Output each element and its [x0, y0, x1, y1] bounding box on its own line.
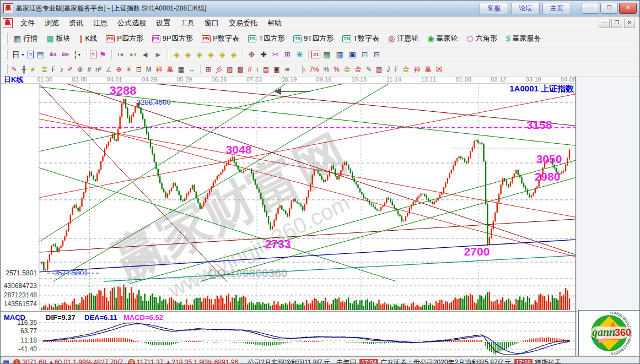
diamond-shift-left-icon[interactable]: ◈ — [171, 51, 182, 58]
child-restore-button[interactable]: ❐ — [611, 19, 622, 28]
draw-shen-slash-icon[interactable]: 神 — [412, 66, 423, 73]
draw-gold-grid2-icon[interactable]: ≣ — [40, 66, 50, 73]
menu-item-窗口[interactable]: 窗口 — [200, 17, 224, 29]
draw-shen-icon[interactable]: 神 — [154, 66, 165, 73]
status-grid-icon[interactable]: ▦ — [3, 358, 9, 364]
draw-j-angle-icon[interactable]: J — [384, 66, 392, 73]
restore-button[interactable]: ❐ — [600, 3, 618, 14]
menu-item-交易委托[interactable]: 交易委托 — [224, 17, 262, 29]
child-close-button[interactable]: ✕ — [624, 19, 635, 28]
diamond-center-icon[interactable]: ◈ — [217, 51, 228, 58]
clipboard-icon[interactable]: ▤ — [34, 51, 46, 58]
first-bar-icon[interactable]: I◄ — [115, 52, 126, 57]
prev-bar-icon[interactable]: ◄ — [138, 51, 152, 58]
draw-pen-icon[interactable]: ✎ — [9, 66, 19, 73]
trend-wave-icon[interactable]: ≈ — [28, 51, 34, 58]
news-ticker-item[interactable]: 公司2月实现净利润11.8亿元，去年同 — [248, 358, 356, 364]
measure-icon[interactable]: ✂ — [270, 51, 282, 58]
period-day-dropdown-icon[interactable]: 日▼ — [9, 51, 28, 58]
tool-p-table[interactable]: PNP数字表 — [197, 34, 244, 44]
draw-ratio-icon[interactable]: ╞ — [298, 66, 308, 73]
next-bar-icon[interactable]: ► — [152, 51, 165, 58]
crosshair-icon[interactable]: ✚ — [257, 51, 270, 58]
calculator-icon[interactable]: ▦ — [320, 51, 333, 58]
last-bar-icon[interactable]: ►I — [127, 52, 138, 57]
draw-x-lines-icon[interactable]: 凶 — [434, 66, 445, 73]
tool-sectors[interactable]: ▩板块 — [42, 34, 74, 44]
menu-item-资讯[interactable]: 资讯 — [64, 17, 88, 29]
draw-grid-icon[interactable]: ╫ — [19, 66, 29, 73]
diamond-grid-icon[interactable]: ◈ — [228, 51, 240, 58]
draw-gold-circle-icon[interactable]: 金 — [342, 66, 353, 73]
tool-t-square[interactable]: TST四方形 — [244, 34, 289, 44]
tool-winner-wheel[interactable]: ◉赢家轮 — [423, 34, 462, 44]
draw-f-angle-icon[interactable]: F — [392, 66, 400, 73]
draw-brush-icon[interactable]: ✐ — [65, 66, 75, 73]
home-button[interactable]: 主页 — [542, 3, 571, 14]
print-icon[interactable]: ⊟ — [371, 51, 383, 58]
draw-hatch-icon[interactable]: ≋ — [282, 66, 292, 73]
draw-grid-red-icon[interactable]: ▤ — [261, 66, 271, 73]
draw-hash-icon[interactable]: # — [85, 66, 93, 73]
draw-fan-icon[interactable]: 彡 — [213, 66, 224, 73]
diamond-compress-icon[interactable]: ◈ — [205, 51, 217, 58]
draw-an-grid-icon[interactable]: ▧ — [374, 66, 384, 73]
bars-9-icon[interactable]: ılı9 — [59, 52, 72, 57]
tool-quotes[interactable]: ▦行情 — [9, 34, 42, 44]
service-button[interactable]: 客服 — [480, 3, 508, 14]
draw-wave5-icon[interactable]: ϶ — [58, 66, 65, 73]
draw-f-grid-icon[interactable]: F — [50, 66, 58, 73]
draw-gold-slash-icon[interactable]: 金 — [401, 66, 412, 73]
draw-slash-icon[interactable]: // — [246, 66, 254, 73]
calendar-21-icon[interactable]: 21 — [311, 51, 320, 58]
tool-9t-square[interactable]: T99T四方形 — [289, 34, 338, 44]
candle-style-dropdown-icon[interactable]: ¦▼ — [72, 51, 84, 58]
draw-pen2-icon[interactable]: ✎ — [364, 66, 374, 73]
tool-kline[interactable]: ∥K线 — [74, 34, 101, 44]
smart-analyse-icon[interactable]: ❋ — [294, 51, 306, 58]
menu-item-文件[interactable]: 文件 — [15, 17, 40, 29]
menu-item-帮助[interactable]: 帮助 — [262, 17, 287, 29]
draw-gann-wheel-icon[interactable]: ⊛ — [75, 66, 85, 73]
news-ticker-item[interactable]: 特斯拉美 — [535, 358, 561, 364]
wave-box-icon[interactable]: ≈ — [90, 51, 96, 58]
draw-fill-box-icon[interactable]: ▨ — [224, 66, 235, 73]
draw-pct-red-icon[interactable]: % — [331, 66, 342, 73]
news-ticker-item[interactable]: 广发证券：母公司2020年2月净利润5.87亿元 — [380, 358, 511, 364]
menu-item-工具[interactable]: 工具 — [175, 17, 200, 29]
copy-icon[interactable]: ⊡ — [359, 51, 371, 58]
draw-grid-dark-icon[interactable]: ▣ — [271, 66, 282, 73]
menu-item-设置[interactable]: 设置 — [151, 17, 175, 29]
draw-m-icon[interactable]: M — [144, 66, 154, 73]
draw-dense-grid-icon[interactable]: ▦ — [176, 66, 186, 73]
shanghai-quote[interactable]: 3071.68 ▲60.01 1.99% 4827.70亿 — [22, 358, 124, 364]
pan-hand-icon[interactable]: ✥ — [246, 51, 258, 58]
shenzhen-quote[interactable]: 11711.37 ▲218.35 1.90% 6891.96 — [137, 358, 238, 364]
tool-hexagon[interactable]: ⬡六角形 — [462, 34, 501, 44]
tool-winner-service[interactable]: $赢家服务 — [502, 34, 546, 44]
draw-fill-box2-icon[interactable]: ▩ — [235, 66, 245, 73]
draw-gold-line-icon[interactable]: 金 — [353, 66, 364, 73]
draw-star-icon[interactable]: ✳ — [124, 66, 134, 73]
draw-zigzag-icon[interactable]: ≀ — [254, 66, 261, 73]
draw-angle-icon[interactable]: ∠ — [104, 66, 114, 73]
menu-item-江恩[interactable]: 江恩 — [88, 17, 112, 29]
draw-gold-grid-icon[interactable]: ≢ — [29, 66, 40, 73]
draw-7pct-icon[interactable]: 7% — [307, 66, 321, 73]
menu-item-公式选股[interactable]: 公式选股 — [112, 17, 151, 29]
draw-width-icon[interactable]: ↔ — [186, 66, 197, 73]
menu-item-浏览[interactable]: 浏览 — [40, 17, 64, 29]
tool-9p-square[interactable]: P99P四方形 — [148, 34, 197, 44]
tool-p-square[interactable]: PSP四方形 — [101, 34, 148, 44]
diamond-expand-icon[interactable]: ◈ — [193, 51, 205, 58]
draw-ying-slash-icon[interactable]: 赢 — [423, 66, 434, 73]
draw-ying-icon[interactable]: 赢 — [165, 66, 176, 73]
draw-box-icon[interactable]: ⊞ — [203, 66, 213, 73]
tool-gann-wheel[interactable]: ◎江恩轮 — [384, 34, 423, 44]
minimize-button[interactable]: — — [582, 3, 599, 14]
diamond-shift-right-icon[interactable]: ◈ — [182, 51, 194, 58]
bars-3-icon[interactable]: ılı3 — [47, 52, 60, 57]
draw-pct-icon[interactable]: % — [321, 66, 332, 73]
child-minimize-button[interactable]: — — [599, 19, 610, 28]
draw-n2-icon[interactable]: n² — [93, 66, 104, 73]
